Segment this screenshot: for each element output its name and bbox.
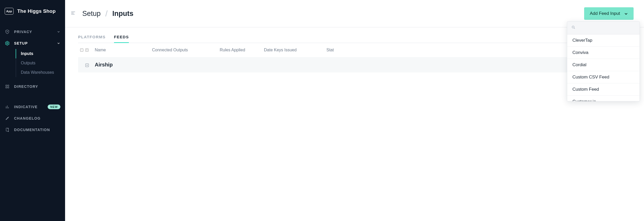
dropdown-item[interactable]: Customer.io — [567, 96, 640, 101]
bars-icon — [5, 104, 10, 109]
main: Setup / Inputs Add Feed Input PLATFORMS … — [65, 0, 644, 221]
sidebar-subitem-inputs[interactable]: Inputs — [16, 49, 65, 58]
sidebar-item-directory[interactable]: DIRECTORY — [0, 81, 65, 92]
table-row[interactable]: + Airship — [78, 57, 634, 72]
sidebar: App The Higgs Shop PRIVACY SETUP — [0, 0, 65, 221]
plus-box-icon: + — [85, 64, 89, 67]
svg-point-0 — [7, 31, 8, 32]
search-icon — [571, 25, 576, 30]
svg-rect-10 — [6, 128, 9, 131]
dropdown-item[interactable]: Conviva — [567, 47, 640, 59]
generic-icon — [5, 21, 10, 22]
feeds-table: − + Name Connected Outputs Rules Applied… — [78, 43, 634, 72]
feed-input-dropdown: CleverTapConvivaCordialCustom CSV FeedCu… — [567, 21, 640, 101]
dropdown-item[interactable]: Custom CSV Feed — [567, 71, 640, 83]
sidebar-subitem-data-warehouses[interactable]: Data Warehouses — [16, 68, 65, 77]
tab-platforms[interactable]: PLATFORMS — [78, 34, 106, 43]
svg-rect-4 — [6, 87, 7, 88]
col-rules-applied: Rules Applied — [220, 48, 264, 52]
minus-box-icon[interactable]: − — [80, 48, 83, 52]
tab-feeds[interactable]: FEEDS — [114, 34, 129, 43]
dropdown-list[interactable]: CleverTapConvivaCordialCustom CSV FeedCu… — [567, 34, 640, 101]
app-badge: App — [5, 8, 14, 15]
sidebar-header: App The Higgs Shop — [0, 0, 65, 21]
plus-box-icon[interactable]: + — [85, 48, 89, 52]
new-badge: NEW — [48, 105, 60, 109]
svg-point-1 — [7, 43, 8, 44]
sidebar-item-label: DIRECTORY — [14, 84, 60, 89]
sidebar-item-cutoff — [0, 21, 65, 22]
sidebar-item-documentation[interactable]: DOCUMENTATION — [0, 124, 65, 136]
menu-toggle-icon[interactable] — [70, 10, 76, 17]
row-name: Airship — [95, 62, 152, 68]
setup-subnav: Inputs Outputs Data Warehouses — [16, 49, 65, 77]
dropdown-search-input[interactable] — [579, 26, 635, 30]
table-header: − + Name Connected Outputs Rules Applied… — [78, 43, 634, 57]
topbar: Setup / Inputs Add Feed Input — [65, 0, 644, 27]
chevron-down-icon — [57, 41, 60, 45]
sidebar-item-label: SETUP — [14, 41, 53, 45]
sidebar-item-label: DOCUMENTATION — [14, 128, 60, 132]
svg-rect-3 — [8, 85, 9, 86]
sidebar-item-setup[interactable]: SETUP — [0, 38, 65, 49]
col-connected-outputs: Connected Outputs — [152, 48, 220, 52]
app-title: The Higgs Shop — [17, 8, 55, 14]
breadcrumb-parent[interactable]: Setup — [82, 10, 101, 18]
dropdown-item[interactable]: Cordial — [567, 59, 640, 71]
sidebar-subitem-outputs[interactable]: Outputs — [16, 58, 65, 68]
chevron-down-icon — [57, 30, 60, 34]
sidebar-nav: PRIVACY SETUP Inputs Outputs Data Wareho… — [0, 21, 65, 136]
dropdown-search — [567, 22, 640, 34]
col-name: Name — [95, 48, 152, 52]
sidebar-item-label: INDICATIVE — [14, 105, 41, 109]
sidebar-item-changelog[interactable]: CHANGELOG — [0, 113, 65, 124]
gear-icon — [5, 41, 10, 46]
tabs: PLATFORMS FEEDS — [78, 34, 634, 43]
rocket-icon — [5, 116, 10, 121]
row-expand[interactable]: + — [80, 63, 95, 67]
sidebar-item-privacy[interactable]: PRIVACY — [0, 26, 65, 38]
chevron-down-icon — [624, 11, 628, 16]
sidebar-item-label: CHANGELOG — [14, 116, 60, 120]
sidebar-item-label: PRIVACY — [14, 30, 53, 34]
dropdown-item[interactable]: Custom Feed — [567, 83, 640, 96]
sidebar-item-indicative[interactable]: INDICATIVE NEW — [0, 101, 65, 113]
add-button-label: Add Feed Input — [590, 11, 620, 16]
svg-point-9 — [8, 118, 8, 118]
col-date-keys-issued: Date Keys Issued — [264, 48, 326, 52]
svg-rect-5 — [8, 87, 9, 88]
shield-icon — [5, 29, 10, 34]
svg-point-14 — [572, 26, 574, 28]
dropdown-item[interactable]: CleverTap — [567, 34, 640, 47]
content: PLATFORMS FEEDS − + Name Connected Outpu… — [65, 27, 644, 221]
breadcrumb: Setup / Inputs — [82, 9, 133, 19]
table-header-checkboxes[interactable]: − + — [80, 48, 95, 52]
breadcrumb-separator: / — [105, 9, 108, 19]
svg-rect-2 — [6, 85, 7, 86]
breadcrumb-current: Inputs — [112, 10, 133, 18]
add-feed-input-button[interactable]: Add Feed Input — [584, 7, 634, 20]
grid-icon — [5, 84, 10, 89]
svg-line-15 — [574, 28, 575, 29]
document-icon — [5, 127, 10, 132]
